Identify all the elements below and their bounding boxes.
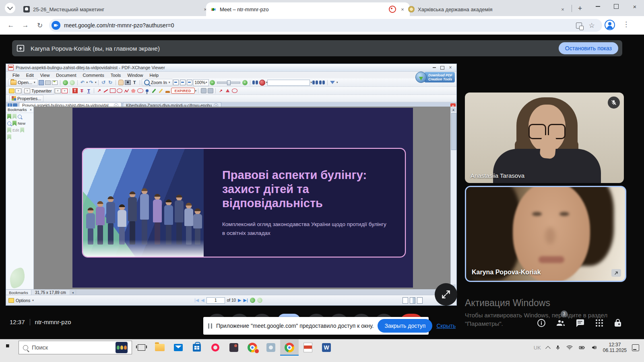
browser-tab-meet[interactable]: Meet – ntr-mmnr-pzo	[206, 2, 410, 16]
mail-button[interactable]	[169, 339, 188, 356]
edit-bookmark-label[interactable]: Edit	[12, 128, 19, 132]
back-button[interactable]: ←	[6, 20, 16, 31]
expand-shared-screen-button[interactable]	[435, 283, 457, 306]
menu-help[interactable]: Help	[147, 73, 162, 78]
menu-file[interactable]: File	[9, 73, 23, 78]
bookmarks-bottom-tab[interactable]: Bookmarks	[6, 290, 31, 295]
activities-button[interactable]	[594, 318, 605, 328]
chat-button[interactable]	[575, 318, 585, 328]
new-tab-button[interactable]	[575, 3, 585, 14]
zoom-in-button[interactable]: +	[242, 80, 248, 86]
profile-avatar[interactable]	[605, 20, 615, 30]
measure-perimeter-button[interactable]: ⟁	[224, 88, 231, 94]
store-button[interactable]	[188, 339, 206, 356]
typewriter-button[interactable]: ≡Typewriter	[22, 87, 54, 95]
window-close-button[interactable]	[625, 0, 644, 13]
attach-file-button[interactable]	[200, 88, 207, 94]
fit-width-button[interactable]	[173, 80, 180, 86]
action-center-icon[interactable]	[632, 344, 639, 351]
wifi-icon[interactable]	[566, 344, 573, 351]
participant-tile-anastasiia[interactable]: Anastasiia Tarasova	[465, 93, 624, 183]
highlighter-tool-button[interactable]	[157, 88, 164, 94]
line-tool-button[interactable]	[103, 88, 109, 94]
window-maximize-button[interactable]	[607, 0, 625, 13]
word-button[interactable]	[317, 339, 336, 356]
collapse-bookmarks-icon[interactable]	[12, 114, 17, 119]
hide-link[interactable]: Скрыть	[436, 323, 456, 329]
find-input[interactable]	[267, 80, 310, 86]
participant-tile-karyna[interactable]: Karyna Popova-Koriak	[465, 186, 626, 282]
pdf-close-button[interactable]	[446, 65, 454, 70]
hand-tool-button[interactable]	[118, 80, 124, 86]
first-page-button[interactable]: |◀	[194, 298, 199, 303]
underline-text-button[interactable]: T	[85, 88, 92, 94]
open-button[interactable]: Open...	[8, 79, 38, 86]
highlight-text-button[interactable]: T	[72, 88, 78, 94]
expand-bookmarks-icon[interactable]	[7, 114, 11, 119]
host-controls-button[interactable]	[613, 318, 623, 328]
page-number-input[interactable]: 1	[206, 297, 225, 304]
new-bookmark-icon[interactable]	[12, 121, 17, 126]
callout-arrow-button[interactable]: ≡	[61, 88, 68, 94]
file-explorer-button[interactable]	[151, 339, 169, 356]
find-previous-button[interactable]	[312, 80, 319, 86]
browser-tab-3[interactable]: Харківська державна академія	[404, 2, 570, 16]
arrow-tool-button[interactable]: ↗	[96, 88, 103, 94]
start-button[interactable]	[0, 339, 19, 356]
undo-button[interactable]: ↶	[79, 80, 86, 86]
rectangle-tool-button[interactable]	[109, 88, 116, 94]
continuous-view-icon[interactable]	[410, 297, 415, 304]
picture-in-picture-icon[interactable]	[611, 269, 621, 277]
next-view-button[interactable]: →	[257, 298, 262, 303]
browser-tab-1[interactable]: 25-26_Мистецький маркетинг	[19, 2, 213, 16]
fit-page-button[interactable]	[180, 80, 186, 86]
snapshot-button[interactable]	[124, 80, 131, 86]
redo-button[interactable]: ↷	[88, 80, 95, 86]
next-page-button[interactable]: ▶	[238, 298, 241, 303]
options-button[interactable]: Options	[8, 298, 34, 303]
address-bar[interactable]: meet.google.com/ntr-mmnr-pzo?authuser=0	[49, 19, 602, 32]
scrollbar-thumb[interactable]	[451, 113, 456, 150]
text-box-button[interactable]: ≡	[15, 88, 22, 94]
facing-view-icon[interactable]	[417, 297, 423, 304]
select-text-button[interactable]: T	[131, 80, 138, 86]
window-minimize-button[interactable]	[588, 0, 607, 13]
search-highlight-icon[interactable]	[116, 342, 128, 353]
single-page-view-icon[interactable]	[402, 297, 408, 304]
attach-sound-button[interactable]	[207, 88, 214, 94]
filter-button[interactable]	[329, 80, 336, 86]
chrome-active-button[interactable]	[280, 339, 299, 356]
strikeout-text-button[interactable]: T	[78, 88, 85, 94]
battery-icon[interactable]	[578, 344, 586, 351]
callout-button[interactable]: ≡	[54, 88, 61, 94]
menu-document[interactable]: Document	[53, 73, 79, 78]
download-pdf-tools-badge[interactable]: Download PDFCreation Tools	[415, 72, 455, 83]
measure-distance-button[interactable]: ↗	[217, 88, 224, 94]
redaction-button[interactable]	[259, 80, 266, 86]
previous-view-button[interactable]: ←	[250, 298, 255, 303]
chrome-button[interactable]	[243, 339, 262, 356]
zoom-level-select[interactable]: 100%	[193, 79, 209, 86]
expired-stamp-button[interactable]: EXPIRED	[171, 88, 195, 94]
translate-icon[interactable]	[575, 21, 583, 29]
pencil-tool-button[interactable]	[151, 88, 157, 94]
cloud-tool-button[interactable]	[137, 88, 144, 94]
zoom-in-tool-button[interactable]: Zoom In	[142, 79, 173, 86]
close-access-button[interactable]: Закрыть доступ	[378, 319, 432, 333]
previous-page-button[interactable]: ◀	[201, 298, 204, 303]
stamp-tool-button[interactable]	[164, 88, 171, 94]
scroll-up-icon[interactable]: ▲	[451, 107, 456, 112]
scroll-left-button[interactable]	[70, 290, 76, 295]
forward-button[interactable]: →	[20, 20, 31, 31]
print-button[interactable]	[45, 80, 52, 86]
edit-bookmark-icon[interactable]	[7, 128, 11, 133]
tab-close-button[interactable]	[559, 6, 566, 12]
search-button[interactable]	[252, 80, 259, 86]
pdf-restore-button[interactable]	[438, 65, 446, 70]
measure-area-button[interactable]	[231, 88, 238, 94]
rotate-right-button[interactable]: ↻	[107, 80, 114, 86]
volume-icon[interactable]	[591, 344, 598, 351]
app-button[interactable]	[225, 339, 243, 356]
save-button[interactable]	[38, 80, 45, 86]
task-view-button[interactable]	[132, 339, 151, 356]
